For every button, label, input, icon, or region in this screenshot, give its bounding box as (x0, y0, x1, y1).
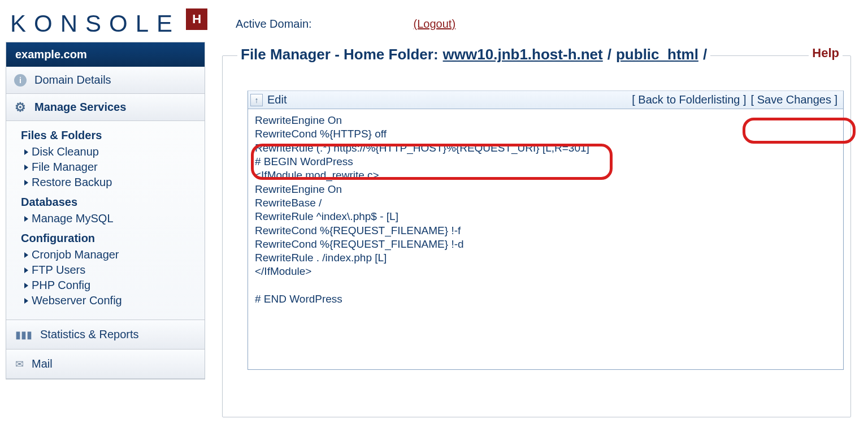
info-icon: i (14, 74, 27, 87)
nav-domain-details[interactable]: i Domain Details (6, 67, 205, 94)
sidebar: example.com i Domain Details ⚙ Manage Se… (6, 42, 205, 379)
page-title: File Manager - Home Folder: www10.jnb1.h… (237, 46, 710, 63)
sub-cronjob-manager[interactable]: Cronjob Manager (21, 247, 192, 262)
triangle-icon (24, 252, 28, 258)
sub-manage-mysql[interactable]: Manage MySQL (21, 211, 192, 226)
sub-disk-cleanup[interactable]: Disk Cleanup (21, 144, 192, 159)
nav-statistics[interactable]: ▮▮▮ Statistics & Reports (6, 320, 205, 350)
sub-ftp-users[interactable]: FTP Users (21, 262, 192, 278)
logo-text: KONSOLE (10, 10, 180, 37)
sub-head-files: Files & Folders (21, 129, 192, 142)
triangle-icon (24, 149, 28, 155)
main-panel: File Manager - Home Folder: www10.jnb1.h… (222, 42, 862, 417)
topbar: KONSOLE H Active Domain: (Logout) (0, 0, 868, 42)
toolbar-edit-label: Edit (267, 93, 287, 106)
sub-head-databases: Databases (21, 196, 192, 209)
logout-link[interactable]: (Logout) (414, 18, 456, 31)
help-link[interactable]: Help (809, 46, 843, 61)
logo-badge: H (186, 8, 207, 30)
back-to-folderlisting[interactable]: [ Back to Folderlisting ] (632, 93, 746, 106)
editor-toolbar: ↑ Edit [ Back to Folderlisting ] [ Save … (248, 91, 843, 109)
triangle-icon (24, 298, 28, 304)
sub-file-manager[interactable]: File Manager (21, 159, 192, 175)
logo: KONSOLE H (10, 10, 207, 37)
nav-manage-services[interactable]: ⚙ Manage Services (6, 94, 205, 121)
sub-head-configuration: Configuration (21, 232, 192, 245)
active-domain-label: Active Domain: (236, 18, 312, 31)
path-host[interactable]: www10.jnb1.host-h.net (443, 46, 603, 63)
title-prefix: File Manager - Home Folder: (241, 46, 439, 63)
nav-manage-services-label: Manage Services (34, 101, 126, 114)
gear-icon: ⚙ (14, 101, 27, 114)
sidebar-submenu: Files & Folders Disk Cleanup File Manage… (6, 121, 205, 320)
save-changes[interactable]: [ Save Changes ] (751, 93, 837, 106)
triangle-icon (24, 180, 28, 186)
stats-icon: ▮▮▮ (15, 329, 32, 341)
nav-mail[interactable]: ✉ Mail (6, 350, 205, 379)
nav-domain-details-label: Domain Details (34, 74, 111, 87)
sub-restore-backup[interactable]: Restore Backup (21, 175, 192, 190)
triangle-icon (24, 216, 28, 222)
editor-frame: ↑ Edit [ Back to Folderlisting ] [ Save … (248, 90, 844, 370)
editor-text[interactable]: RewriteEngine On RewriteCond %{HTTPS} of… (248, 109, 843, 369)
triangle-icon (24, 165, 28, 170)
path-folder[interactable]: public_html (616, 46, 698, 63)
triangle-icon (24, 268, 28, 273)
fieldset: File Manager - Home Folder: www10.jnb1.h… (222, 55, 851, 417)
triangle-icon (24, 283, 28, 288)
mail-icon: ✉ (15, 358, 24, 370)
sub-php-config[interactable]: PHP Config (21, 278, 192, 293)
up-arrow-icon[interactable]: ↑ (250, 94, 263, 106)
sub-webserver-config[interactable]: Webserver Config (21, 293, 192, 308)
sidebar-domain: example.com (6, 42, 205, 67)
